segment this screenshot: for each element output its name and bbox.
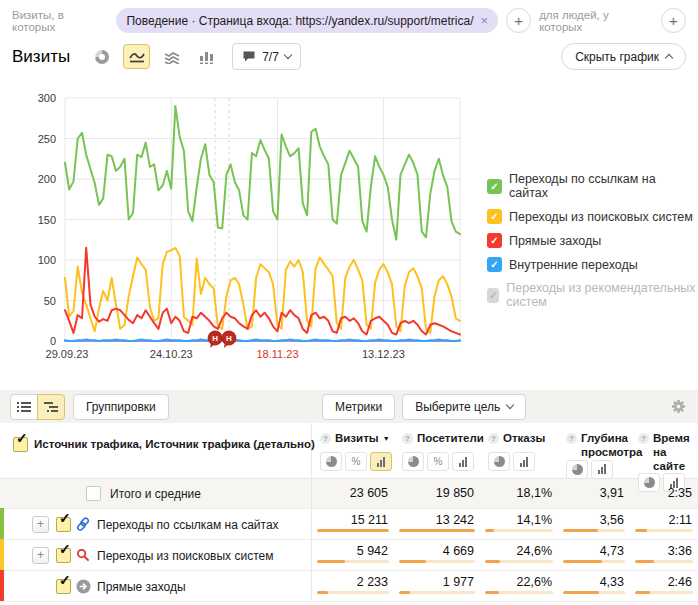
metric-mode-bars-button[interactable]: [370, 452, 392, 471]
tree-view-button[interactable]: [37, 394, 65, 420]
add-user-condition-button[interactable]: +: [661, 8, 686, 33]
help-icon[interactable]: ?: [402, 433, 413, 444]
help-icon[interactable]: ?: [488, 433, 499, 444]
dimension-header: ✓ Источник трафика, Источник трафика (де…: [0, 423, 312, 478]
metric-label-row[interactable]: ?Посетители: [402, 432, 480, 446]
row-color-strip: [0, 539, 4, 570]
legend-checkbox[interactable]: ✓: [487, 257, 502, 272]
legend-checkbox[interactable]: ✓: [487, 233, 502, 248]
value-bar-fill: [317, 591, 328, 594]
expand-row-button[interactable]: +: [32, 516, 49, 533]
comment-bubble-icon: [242, 50, 256, 63]
metric-columns-header: ?Визиты▼%?Посетители%?Отказы?Глубина про…: [312, 423, 698, 478]
metric-column-header: ?Посетители%: [394, 423, 480, 478]
row-checkbox[interactable]: ✓: [56, 548, 71, 563]
table-settings-button[interactable]: [671, 399, 686, 418]
chart-header-row: Визиты 7/7 Скрыть график: [0, 35, 698, 70]
chart-type-pie-button[interactable]: [88, 44, 115, 69]
legend-checkbox[interactable]: ✓: [487, 288, 499, 303]
metric-mode-percent-button[interactable]: %: [345, 452, 367, 471]
value-bar-track: [563, 591, 625, 594]
help-icon[interactable]: ?: [320, 433, 331, 444]
row-color-strip: [0, 508, 4, 539]
metrics-button[interactable]: Метрики: [322, 394, 395, 420]
series-line[interactable]: [65, 248, 460, 333]
pie-mode-icon: [572, 464, 583, 475]
chip-close-icon[interactable]: ×: [481, 14, 489, 27]
series-line[interactable]: [65, 339, 460, 341]
metric-mode-bars-button[interactable]: [513, 452, 535, 471]
table-header: ✓ Источник трафика, Источник трафика (де…: [0, 423, 698, 479]
visits-chart[interactable]: 05010015020025030029.09.2324.10.2318.11.…: [0, 72, 698, 364]
row-label[interactable]: Прямые заходы: [97, 580, 186, 594]
metric-value: 2 233: [312, 575, 394, 589]
value-bar-track: [635, 591, 693, 594]
direct-arrow-icon: [76, 579, 91, 594]
chevron-down-icon: [284, 51, 292, 59]
legend-item[interactable]: ✓Переходы из рекомендательных систем: [487, 281, 698, 309]
list-view-button[interactable]: [10, 394, 38, 420]
metric-name: Посетители: [417, 432, 484, 446]
row-checkbox[interactable]: ✓: [56, 579, 71, 594]
metric-label-row[interactable]: ?Визиты▼: [320, 432, 394, 446]
help-icon[interactable]: ?: [638, 433, 649, 444]
metric-value: 13 242: [394, 513, 480, 527]
metric-cell: 1 977: [394, 571, 480, 601]
value-bar-fill: [563, 591, 599, 594]
row-label[interactable]: Переходы из поисковых систем: [97, 549, 273, 563]
metric-mode-pie-button[interactable]: [320, 452, 342, 471]
metric-label-row[interactable]: ?Глубина просмотра: [566, 432, 630, 460]
metric-label-row[interactable]: ?Отказы: [488, 432, 558, 446]
annotations-dropdown[interactable]: 7/7: [232, 43, 301, 70]
legend-item[interactable]: ✓Внутренние переходы: [487, 257, 698, 272]
value-bar-track: [317, 560, 389, 563]
metric-cell: 2 233: [312, 571, 394, 601]
legend-item[interactable]: ✓Переходы по ссылкам на сайтах: [487, 172, 698, 200]
value-bar-fill: [399, 591, 410, 594]
y-axis-tick-label: 100: [38, 254, 56, 266]
value-bar-track: [485, 560, 553, 563]
goal-select-dropdown[interactable]: Выберите цель: [402, 394, 526, 420]
metric-cell: 3,56: [558, 509, 630, 539]
legend-item[interactable]: ✓Переходы из поисковых систем: [487, 209, 698, 224]
metric-mode-pie-button[interactable]: [402, 452, 424, 471]
pie-mode-icon: [494, 456, 505, 467]
stacked-area-icon: [164, 50, 180, 64]
row-label[interactable]: Переходы по ссылкам на сайтах: [97, 518, 279, 532]
table-body: Итого и средние23 60519 85018,1%3,912:35…: [0, 479, 698, 602]
legend-checkbox[interactable]: ✓: [487, 209, 502, 224]
chart-type-line-button[interactable]: [123, 44, 150, 69]
help-icon[interactable]: ?: [566, 433, 577, 444]
metric-mode-percent-button[interactable]: %: [427, 452, 449, 471]
row-checkbox[interactable]: ✓: [56, 517, 71, 532]
metric-cell: 4 669: [394, 540, 480, 570]
filter-prefix-label: Визиты, в которых: [12, 9, 108, 33]
add-visit-condition-button[interactable]: +: [506, 8, 531, 33]
expand-row-button[interactable]: +: [32, 547, 49, 564]
checkmark-icon: ✓: [59, 573, 71, 587]
hide-chart-button[interactable]: Скрыть график: [561, 43, 686, 70]
metric-mode-bars-button[interactable]: [452, 452, 474, 471]
value-bar-track: [485, 591, 553, 594]
chart-type-area-button[interactable]: [158, 44, 185, 69]
annotation-pin[interactable]: Н: [222, 331, 236, 348]
legend-checkbox[interactable]: ✓: [487, 179, 502, 194]
groupings-button[interactable]: Группировки: [73, 394, 169, 420]
segment-chip[interactable]: Поведение · Страница входа: https://yand…: [116, 8, 498, 33]
metric-value: 3,56: [558, 513, 630, 527]
x-axis-tick-label: 18.11.23: [257, 348, 299, 360]
annotation-pin[interactable]: Н: [208, 331, 222, 348]
metric-mode-pie-button[interactable]: [488, 452, 510, 471]
value-bar-fill: [317, 560, 345, 563]
metric-mode-bars-button[interactable]: [591, 460, 613, 479]
row-checkbox[interactable]: [86, 486, 101, 501]
metric-label-row[interactable]: ?Время на сайте: [638, 432, 698, 473]
legend-item[interactable]: ✓Прямые заходы: [487, 233, 698, 248]
metric-cell: 23 605: [312, 479, 394, 508]
table-toolbar: Группировки Метрики Выберите цель: [0, 390, 698, 423]
percent-mode-icon: %: [352, 456, 361, 467]
select-all-checkbox[interactable]: ✓: [13, 437, 28, 452]
metric-cell: 2:46: [630, 571, 698, 601]
metric-mode-pie-button[interactable]: [566, 460, 588, 479]
chart-type-columns-button[interactable]: [193, 44, 220, 69]
